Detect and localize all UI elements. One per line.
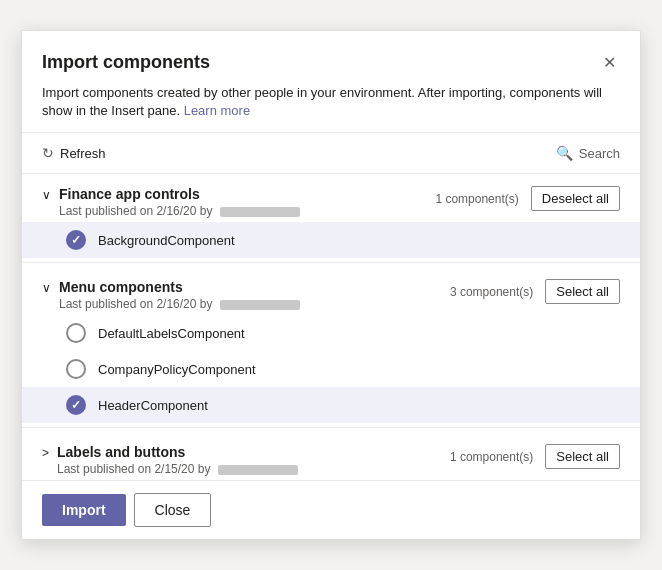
component-row-background[interactable]: BackgroundComponent <box>22 222 640 258</box>
dialog-title: Import components <box>42 52 210 73</box>
group-menu-components: ∨ Menu components Last published on 2/16… <box>22 267 640 315</box>
component-row-header[interactable]: HeaderComponent <box>22 387 640 423</box>
refresh-button[interactable]: ↻ Refresh <box>42 141 106 165</box>
group-name-labels: Labels and buttons <box>57 444 442 460</box>
component-row-company-policy[interactable]: CompanyPolicyComponent <box>22 351 640 387</box>
select-all-button-labels[interactable]: Select all <box>545 444 620 469</box>
group-meta-labels: Last published on 2/15/20 by <box>57 462 442 476</box>
deselect-all-button-finance[interactable]: Deselect all <box>531 186 620 211</box>
component-name-company-policy: CompanyPolicyComponent <box>98 362 256 377</box>
checkbox-company-policy[interactable] <box>66 359 86 379</box>
learn-more-link[interactable]: Learn more <box>184 103 250 118</box>
close-icon-button[interactable]: ✕ <box>599 49 620 76</box>
expand-icon-finance[interactable]: ∨ <box>42 188 51 202</box>
refresh-icon: ↻ <box>42 145 54 161</box>
divider-1 <box>22 262 640 263</box>
content-area: ∨ Finance app controls Last published on… <box>22 174 640 480</box>
dialog-footer: Import Close <box>22 480 640 539</box>
group-info-menu: Menu components Last published on 2/16/2… <box>59 279 442 311</box>
group-meta-finance: Last published on 2/16/20 by <box>59 204 427 218</box>
group-info-labels: Labels and buttons Last published on 2/1… <box>57 444 442 476</box>
dialog-header: Import components ✕ <box>22 31 640 84</box>
dialog-description: Import components created by other peopl… <box>22 84 640 132</box>
checkbox-background[interactable] <box>66 230 86 250</box>
refresh-label: Refresh <box>60 146 106 161</box>
import-components-dialog: Import components ✕ Import components cr… <box>21 30 641 540</box>
component-row-default-labels[interactable]: DefaultLabelsComponent <box>22 315 640 351</box>
close-icon: ✕ <box>603 53 616 72</box>
component-name-background: BackgroundComponent <box>98 233 235 248</box>
component-count-labels: 1 component(s) <box>450 450 533 464</box>
search-wrapper: 🔍 Search <box>556 145 620 161</box>
component-name-header: HeaderComponent <box>98 398 208 413</box>
group-meta-menu: Last published on 2/16/20 by <box>59 297 442 311</box>
group-actions-menu: 3 component(s) Select all <box>450 279 620 304</box>
author-name-blurred <box>220 207 300 217</box>
import-button[interactable]: Import <box>42 494 126 526</box>
search-icon: 🔍 <box>556 145 573 161</box>
group-finance-app-controls: ∨ Finance app controls Last published on… <box>22 174 640 222</box>
group-name-finance: Finance app controls <box>59 186 427 202</box>
close-button[interactable]: Close <box>134 493 212 527</box>
group-actions-labels: 1 component(s) Select all <box>450 444 620 469</box>
checkbox-default-labels[interactable] <box>66 323 86 343</box>
group-labels-buttons: > Labels and buttons Last published on 2… <box>22 432 640 480</box>
select-all-button-menu[interactable]: Select all <box>545 279 620 304</box>
expand-icon-labels[interactable]: > <box>42 446 49 460</box>
group-actions-finance: 1 component(s) Deselect all <box>435 186 620 211</box>
component-count-menu: 3 component(s) <box>450 285 533 299</box>
author-name-blurred-2 <box>220 300 300 310</box>
search-placeholder: Search <box>579 146 620 161</box>
expand-icon-menu[interactable]: ∨ <box>42 281 51 295</box>
group-name-menu: Menu components <box>59 279 442 295</box>
author-name-blurred-3 <box>218 465 298 475</box>
component-name-default-labels: DefaultLabelsComponent <box>98 326 245 341</box>
toolbar: ↻ Refresh 🔍 Search <box>22 132 640 174</box>
checkbox-header[interactable] <box>66 395 86 415</box>
divider-2 <box>22 427 640 428</box>
group-info-finance: Finance app controls Last published on 2… <box>59 186 427 218</box>
component-count-finance: 1 component(s) <box>435 192 518 206</box>
